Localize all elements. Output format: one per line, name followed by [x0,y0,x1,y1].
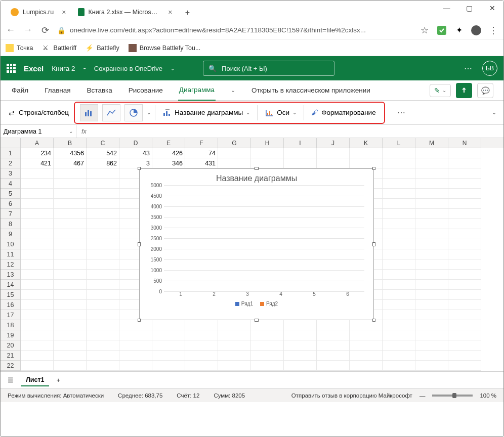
row-header[interactable]: 11 [1,249,21,259]
cell[interactable] [218,340,251,351]
cell[interactable] [350,361,383,371]
cell[interactable] [317,158,350,168]
cell[interactable] [21,239,54,249]
cell[interactable] [21,168,54,179]
profile-avatar-icon[interactable] [471,25,481,35]
row-header[interactable]: 1 [1,148,21,158]
cell[interactable] [317,361,350,371]
select-all-corner[interactable] [1,138,21,148]
cell[interactable] [415,351,448,361]
cell[interactable] [383,209,415,219]
cell[interactable] [21,310,54,320]
cell[interactable] [152,340,185,351]
cell[interactable] [383,219,415,229]
cell[interactable] [284,330,317,340]
row-header[interactable]: 15 [1,290,21,300]
cell[interactable] [350,351,383,361]
cell[interactable]: 234 [21,148,54,158]
cell[interactable] [21,361,54,371]
extension-icon[interactable] [437,25,447,35]
search-input[interactable]: 🔍 Поиск (Alt + Ы) [203,61,334,76]
cell[interactable] [448,209,481,219]
fx-label[interactable]: fx [76,128,92,135]
tab-chart[interactable]: Диаграмма [178,80,216,101]
cell[interactable] [218,148,251,158]
column-header[interactable]: D [119,138,152,148]
cell[interactable] [415,330,448,340]
add-sheet-button[interactable]: + [56,377,60,384]
cell[interactable] [415,148,448,158]
cell[interactable] [448,270,481,280]
cell[interactable] [21,249,54,259]
cell[interactable] [350,148,383,158]
column-header[interactable]: H [251,138,284,148]
sheet-tab[interactable]: Лист1 [21,374,49,386]
cell[interactable] [415,168,448,179]
cell[interactable] [21,270,54,280]
bookmark-item[interactable]: Точка [6,44,33,52]
cell[interactable] [448,158,481,168]
browser-tab-active[interactable]: Книга 2.xlsx — Microsoft Excel O × [72,4,178,21]
switch-row-column-button[interactable]: ⇄ Строка/столбец [9,109,69,117]
row-header[interactable]: 13 [1,270,21,280]
cell[interactable] [87,229,119,239]
chart-plot-area[interactable]: 0500100015002000250030003500400045005000 [164,185,364,291]
pie-chart-button[interactable] [124,104,143,121]
close-icon[interactable]: × [168,8,172,16]
app-launcher-icon[interactable] [7,64,16,73]
more-icon[interactable]: ⋯ [397,108,406,117]
row-header[interactable]: 2 [1,158,21,168]
chevron-down-icon[interactable]: ⌄ [147,110,151,115]
maximize-button[interactable]: ▢ [458,1,481,16]
cell[interactable] [383,330,415,340]
cell[interactable] [448,179,481,189]
chevron-down-icon[interactable]: ⌄ [171,66,175,71]
cell[interactable] [21,189,54,199]
column-header[interactable]: K [350,138,383,148]
cell[interactable] [317,320,350,330]
chevron-down-icon[interactable]: ⌄ [230,80,236,101]
cell[interactable] [317,148,350,158]
cell[interactable] [383,189,415,199]
cell[interactable] [350,320,383,330]
minimize-button[interactable]: — [435,1,458,16]
cell[interactable] [317,340,350,351]
cell[interactable] [54,290,87,300]
axes-button[interactable]: Оси ⌄ [262,109,300,117]
cell[interactable] [87,330,119,340]
cell[interactable] [251,320,284,330]
cell[interactable] [448,310,481,320]
cell[interactable] [21,280,54,290]
tab-insert[interactable]: Вставка [86,80,113,101]
spreadsheet-grid[interactable]: ABCDEFGHIJKLMN 1234435654243426742421467… [1,138,503,372]
cell[interactable] [21,219,54,229]
cell[interactable] [54,179,87,189]
cell[interactable] [350,340,383,351]
tab-file[interactable]: Файл [11,80,29,101]
row-header[interactable]: 12 [1,259,21,270]
menu-button[interactable]: ⋮ [488,25,498,36]
cell[interactable] [54,270,87,280]
cell[interactable] [383,239,415,249]
cell[interactable] [415,189,448,199]
cell[interactable] [54,209,87,219]
cell[interactable] [21,340,54,351]
cell[interactable] [251,340,284,351]
cell[interactable] [54,351,87,361]
cell[interactable] [21,320,54,330]
cell[interactable] [87,189,119,199]
cell[interactable] [21,300,54,310]
cell[interactable] [415,361,448,371]
cell[interactable] [21,330,54,340]
cell[interactable] [383,320,415,330]
cell[interactable] [54,229,87,239]
cell[interactable] [185,330,218,340]
cell[interactable] [54,300,87,310]
cell[interactable] [54,239,87,249]
cell[interactable] [383,259,415,270]
cell[interactable] [383,290,415,300]
reload-button[interactable]: ⟳ [40,25,50,36]
cell[interactable] [251,351,284,361]
cell[interactable] [448,300,481,310]
cell[interactable]: 346 [152,158,185,168]
